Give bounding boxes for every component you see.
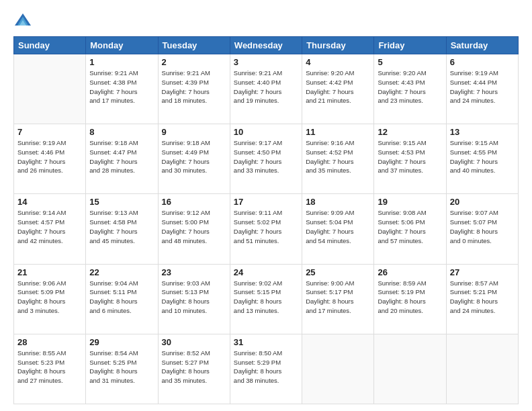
day-number: 3 — [234, 57, 298, 67]
calendar-cell: 9Sunrise: 9:18 AMSunset: 4:49 PMDaylight… — [158, 124, 230, 194]
day-number: 6 — [450, 57, 515, 67]
day-number: 22 — [89, 267, 154, 277]
calendar-cell: 31Sunrise: 8:50 AMSunset: 5:29 PMDayligh… — [230, 334, 302, 404]
day-number: 31 — [234, 337, 298, 347]
day-number: 29 — [89, 337, 154, 347]
day-number: 11 — [306, 127, 370, 137]
day-info: Sunrise: 8:59 AMSunset: 5:19 PMDaylight:… — [378, 279, 442, 316]
calendar-cell: 30Sunrise: 8:52 AMSunset: 5:27 PMDayligh… — [158, 334, 230, 404]
week-row-4: 21Sunrise: 9:06 AMSunset: 5:09 PMDayligh… — [14, 264, 519, 334]
calendar-cell: 17Sunrise: 9:11 AMSunset: 5:02 PMDayligh… — [230, 194, 302, 264]
calendar-cell: 4Sunrise: 9:20 AMSunset: 4:42 PMDaylight… — [302, 54, 374, 124]
calendar-cell: 25Sunrise: 9:00 AMSunset: 5:17 PMDayligh… — [302, 264, 374, 334]
header-day-thursday: Thursday — [302, 37, 374, 54]
calendar-cell: 13Sunrise: 9:15 AMSunset: 4:55 PMDayligh… — [446, 124, 518, 194]
calendar-cell: 12Sunrise: 9:15 AMSunset: 4:53 PMDayligh… — [374, 124, 446, 194]
day-number: 4 — [306, 57, 370, 67]
calendar-cell: 23Sunrise: 9:03 AMSunset: 5:13 PMDayligh… — [158, 264, 230, 334]
day-info: Sunrise: 8:54 AMSunset: 5:25 PMDaylight:… — [89, 349, 154, 385]
day-info: Sunrise: 9:18 AMSunset: 4:47 PMDaylight:… — [89, 138, 154, 175]
day-number: 15 — [89, 197, 154, 207]
day-info: Sunrise: 9:00 AMSunset: 5:17 PMDaylight:… — [306, 279, 370, 316]
day-info: Sunrise: 9:21 AMSunset: 4:38 PMDaylight:… — [89, 68, 154, 105]
calendar-cell: 2Sunrise: 9:21 AMSunset: 4:39 PMDaylight… — [158, 54, 230, 124]
day-number: 2 — [162, 57, 226, 67]
day-number: 25 — [306, 267, 370, 277]
header-day-friday: Friday — [374, 37, 446, 54]
day-info: Sunrise: 9:15 AMSunset: 4:53 PMDaylight:… — [378, 138, 442, 175]
day-number: 21 — [17, 267, 82, 277]
day-info: Sunrise: 9:08 AMSunset: 5:06 PMDaylight:… — [378, 208, 442, 245]
day-number: 30 — [162, 337, 226, 347]
calendar-cell: 28Sunrise: 8:55 AMSunset: 5:23 PMDayligh… — [14, 334, 86, 404]
calendar-cell — [302, 334, 374, 404]
logo-icon — [13, 11, 32, 30]
week-row-5: 28Sunrise: 8:55 AMSunset: 5:23 PMDayligh… — [14, 334, 519, 404]
day-number: 13 — [450, 127, 515, 137]
day-info: Sunrise: 9:21 AMSunset: 4:39 PMDaylight:… — [162, 68, 226, 105]
day-number: 8 — [89, 127, 154, 137]
day-info: Sunrise: 9:19 AMSunset: 4:46 PMDaylight:… — [17, 138, 82, 175]
calendar-cell: 15Sunrise: 9:13 AMSunset: 4:58 PMDayligh… — [86, 194, 158, 264]
page: SundayMondayTuesdayWednesdayThursdayFrid… — [0, 0, 532, 411]
day-info: Sunrise: 9:20 AMSunset: 4:43 PMDaylight:… — [378, 68, 442, 105]
day-info: Sunrise: 8:52 AMSunset: 5:27 PMDaylight:… — [162, 349, 226, 385]
day-info: Sunrise: 9:14 AMSunset: 4:57 PMDaylight:… — [17, 208, 82, 245]
day-info: Sunrise: 9:02 AMSunset: 5:15 PMDaylight:… — [234, 279, 298, 316]
day-info: Sunrise: 9:12 AMSunset: 5:00 PMDaylight:… — [162, 208, 226, 245]
calendar-cell: 5Sunrise: 9:20 AMSunset: 4:43 PMDaylight… — [374, 54, 446, 124]
header — [13, 11, 519, 30]
calendar-cell — [14, 54, 86, 124]
calendar-cell: 19Sunrise: 9:08 AMSunset: 5:06 PMDayligh… — [374, 194, 446, 264]
header-day-sunday: Sunday — [14, 37, 86, 54]
day-number: 12 — [378, 127, 442, 137]
calendar-cell: 10Sunrise: 9:17 AMSunset: 4:50 PMDayligh… — [230, 124, 302, 194]
header-day-tuesday: Tuesday — [158, 37, 230, 54]
calendar-cell: 11Sunrise: 9:16 AMSunset: 4:52 PMDayligh… — [302, 124, 374, 194]
calendar-header: SundayMondayTuesdayWednesdayThursdayFrid… — [14, 37, 519, 54]
calendar-cell: 1Sunrise: 9:21 AMSunset: 4:38 PMDaylight… — [86, 54, 158, 124]
day-number: 28 — [17, 337, 82, 347]
calendar-cell: 21Sunrise: 9:06 AMSunset: 5:09 PMDayligh… — [14, 264, 86, 334]
day-info: Sunrise: 9:15 AMSunset: 4:55 PMDaylight:… — [450, 138, 515, 175]
day-info: Sunrise: 9:04 AMSunset: 5:11 PMDaylight:… — [89, 279, 154, 316]
day-number: 26 — [378, 267, 442, 277]
day-number: 1 — [89, 57, 154, 67]
day-number: 24 — [234, 267, 298, 277]
day-info: Sunrise: 9:09 AMSunset: 5:04 PMDaylight:… — [306, 208, 370, 245]
calendar-cell: 27Sunrise: 8:57 AMSunset: 5:21 PMDayligh… — [446, 264, 518, 334]
calendar-cell: 6Sunrise: 9:19 AMSunset: 4:44 PMDaylight… — [446, 54, 518, 124]
day-info: Sunrise: 9:07 AMSunset: 5:07 PMDaylight:… — [450, 208, 515, 245]
day-info: Sunrise: 9:16 AMSunset: 4:52 PMDaylight:… — [306, 138, 370, 175]
day-number: 16 — [162, 197, 226, 207]
day-number: 23 — [162, 267, 226, 277]
calendar-table: SundayMondayTuesdayWednesdayThursdayFrid… — [13, 36, 519, 404]
header-day-monday: Monday — [86, 37, 158, 54]
calendar-cell: 20Sunrise: 9:07 AMSunset: 5:07 PMDayligh… — [446, 194, 518, 264]
week-row-1: 1Sunrise: 9:21 AMSunset: 4:38 PMDaylight… — [14, 54, 519, 124]
calendar-cell: 22Sunrise: 9:04 AMSunset: 5:11 PMDayligh… — [86, 264, 158, 334]
day-number: 19 — [378, 197, 442, 207]
calendar-cell — [374, 334, 446, 404]
day-info: Sunrise: 8:57 AMSunset: 5:21 PMDaylight:… — [450, 279, 515, 316]
day-info: Sunrise: 9:21 AMSunset: 4:40 PMDaylight:… — [234, 68, 298, 105]
day-number: 20 — [450, 197, 515, 207]
calendar-cell: 26Sunrise: 8:59 AMSunset: 5:19 PMDayligh… — [374, 264, 446, 334]
day-number: 17 — [234, 197, 298, 207]
day-info: Sunrise: 9:13 AMSunset: 4:58 PMDaylight:… — [89, 208, 154, 245]
day-info: Sunrise: 9:06 AMSunset: 5:09 PMDaylight:… — [17, 279, 82, 316]
calendar-body: 1Sunrise: 9:21 AMSunset: 4:38 PMDaylight… — [14, 54, 519, 404]
header-row: SundayMondayTuesdayWednesdayThursdayFrid… — [14, 37, 519, 54]
day-number: 27 — [450, 267, 515, 277]
day-info: Sunrise: 9:03 AMSunset: 5:13 PMDaylight:… — [162, 279, 226, 316]
day-number: 7 — [17, 127, 82, 137]
header-day-wednesday: Wednesday — [230, 37, 302, 54]
calendar-cell — [446, 334, 518, 404]
calendar-cell: 3Sunrise: 9:21 AMSunset: 4:40 PMDaylight… — [230, 54, 302, 124]
day-info: Sunrise: 9:17 AMSunset: 4:50 PMDaylight:… — [234, 138, 298, 175]
logo — [13, 11, 35, 30]
calendar-cell: 29Sunrise: 8:54 AMSunset: 5:25 PMDayligh… — [86, 334, 158, 404]
day-number: 9 — [162, 127, 226, 137]
day-number: 18 — [306, 197, 370, 207]
day-number: 10 — [234, 127, 298, 137]
